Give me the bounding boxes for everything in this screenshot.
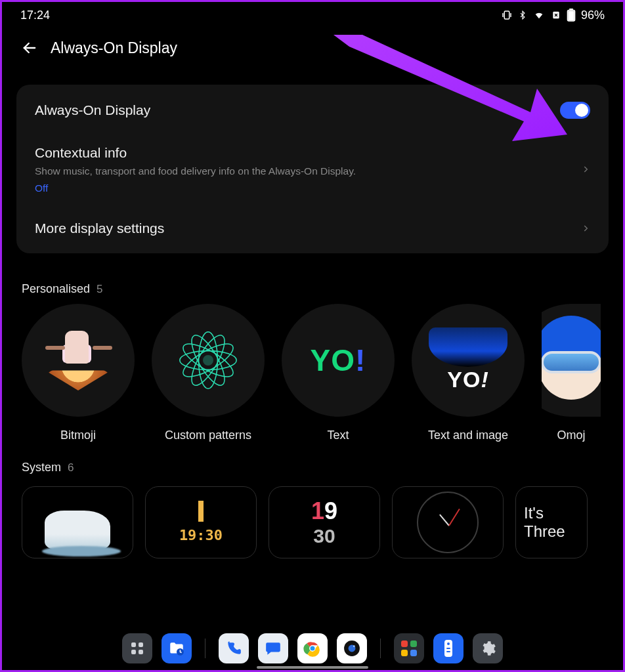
svg-rect-26 <box>410 650 417 656</box>
text-clock-preview: It's Three <box>516 504 573 540</box>
svg-rect-14 <box>131 650 136 654</box>
dock-app-folder[interactable] <box>394 633 424 663</box>
dock-phone[interactable] <box>219 633 249 663</box>
svg-rect-4 <box>569 11 574 20</box>
camera-icon <box>343 640 360 657</box>
svg-rect-3 <box>570 9 572 10</box>
tile-text-image-preview: YO! <box>412 304 525 417</box>
text-image-preview-icon: YO! <box>429 327 507 392</box>
system-tile-digital-clock[interactable]: 19:30 <box>145 486 257 558</box>
dock-files[interactable] <box>162 633 192 663</box>
contextual-title: Contextual info <box>35 145 573 161</box>
section-personalised-title: Personalised <box>22 282 90 296</box>
home-gesture-handle[interactable] <box>257 666 368 669</box>
dock <box>2 629 623 666</box>
status-time: 17:24 <box>20 9 50 22</box>
tile-label: Text <box>327 429 349 442</box>
contextual-info-row[interactable]: Contextual info Show music, transport an… <box>16 132 609 207</box>
vibrate-icon <box>501 9 513 21</box>
system-tile-analog-clock[interactable] <box>392 486 504 558</box>
tile-label: Bitmoji <box>60 429 96 442</box>
dock-app-drawer[interactable] <box>122 633 152 663</box>
section-system-header: System 6 <box>2 442 623 482</box>
aod-toggle-switch[interactable] <box>560 102 590 119</box>
tile-label: Omoj <box>557 429 585 442</box>
svg-rect-0 <box>504 11 509 19</box>
messages-icon <box>265 640 282 657</box>
omoji-avatar-icon <box>542 321 601 400</box>
tile-custom-patterns[interactable]: Custom patterns <box>152 304 265 442</box>
personalised-strip[interactable]: Bitmoji Custom patterns YO! Text YO! Tex… <box>2 304 623 442</box>
bluetooth-icon <box>518 9 527 21</box>
app-drawer-icon <box>129 640 145 656</box>
files-icon <box>168 640 185 657</box>
section-system-title: System <box>22 461 61 474</box>
svg-rect-13 <box>139 642 143 647</box>
settings-card: Always-On Display Contextual info Show m… <box>16 85 609 253</box>
contextual-subtitle: Show music, transport and food delivery … <box>35 165 573 178</box>
status-right-cluster: 96% <box>501 9 605 22</box>
clock-marker-icon <box>198 501 204 522</box>
system-tile-number-clock[interactable]: 19 30 <box>269 486 380 558</box>
tile-bitmoji-preview <box>22 304 135 417</box>
tile-label: Custom patterns <box>165 429 251 442</box>
more-display-label: More display settings <box>35 220 573 236</box>
chrome-icon <box>303 639 322 658</box>
page-header: Always-On Display <box>2 28 623 65</box>
svg-rect-29 <box>446 648 450 649</box>
battery-percent: 96% <box>581 9 605 22</box>
phone-icon <box>225 640 242 657</box>
system-strip[interactable]: 19:30 19 30 It's Three <box>2 482 623 558</box>
dock-remote[interactable] <box>433 633 463 663</box>
contextual-status: Off <box>35 182 573 194</box>
chevron-right-icon <box>581 162 590 177</box>
wifi-icon <box>532 10 546 20</box>
dock-separator <box>380 639 381 658</box>
section-personalised-count: 5 <box>97 283 102 296</box>
tile-label: Text and image <box>428 429 508 442</box>
status-bar: 17:24 96% <box>2 2 623 28</box>
system-tile-polar-bear[interactable] <box>22 486 133 558</box>
mandala-pattern-icon <box>169 321 248 400</box>
svg-rect-23 <box>401 640 408 647</box>
svg-rect-24 <box>410 640 417 647</box>
section-personalised-header: Personalised 5 <box>2 253 623 304</box>
back-arrow-icon[interactable] <box>20 39 39 57</box>
analog-clock-icon <box>417 492 479 553</box>
tile-omoji[interactable]: Omoj <box>542 304 601 442</box>
gear-icon <box>479 640 496 657</box>
cell-no-sim-icon <box>551 10 561 20</box>
aod-toggle-label: Always-On Display <box>35 102 560 118</box>
chevron-right-icon <box>581 221 590 236</box>
svg-rect-15 <box>139 650 143 654</box>
tile-text-and-image[interactable]: YO! Text and image <box>412 304 525 442</box>
svg-point-11 <box>204 356 213 365</box>
tile-bitmoji[interactable]: Bitmoji <box>22 304 135 442</box>
tile-omoji-preview <box>542 304 601 417</box>
polar-bear-icon <box>45 511 110 550</box>
dock-separator <box>205 639 205 658</box>
dock-camera[interactable] <box>337 633 367 663</box>
more-display-settings-row[interactable]: More display settings <box>16 207 609 249</box>
dock-messages[interactable] <box>258 633 288 663</box>
dock-settings[interactable] <box>473 633 503 663</box>
remote-icon <box>442 639 454 658</box>
battery-icon <box>567 9 576 22</box>
yo-text-icon: YO! <box>311 343 366 378</box>
app-folder-icon <box>399 639 419 658</box>
svg-rect-30 <box>446 651 450 652</box>
bitmoji-avatar-icon <box>45 327 111 393</box>
page-title: Always-On Display <box>51 39 177 57</box>
digital-clock-time: 19:30 <box>179 527 223 543</box>
tile-text-preview: YO! <box>282 304 395 417</box>
dock-chrome[interactable] <box>297 633 328 663</box>
svg-rect-12 <box>131 642 136 647</box>
number-clock-icon: 19 30 <box>311 497 337 547</box>
tile-custom-patterns-preview <box>152 304 265 417</box>
aod-toggle-row[interactable]: Always-On Display <box>16 89 609 132</box>
svg-rect-25 <box>401 650 408 656</box>
tile-text[interactable]: YO! Text <box>282 304 395 442</box>
system-tile-text-clock[interactable]: It's Three <box>515 486 588 558</box>
svg-point-28 <box>447 642 450 645</box>
section-system-count: 6 <box>68 461 74 474</box>
